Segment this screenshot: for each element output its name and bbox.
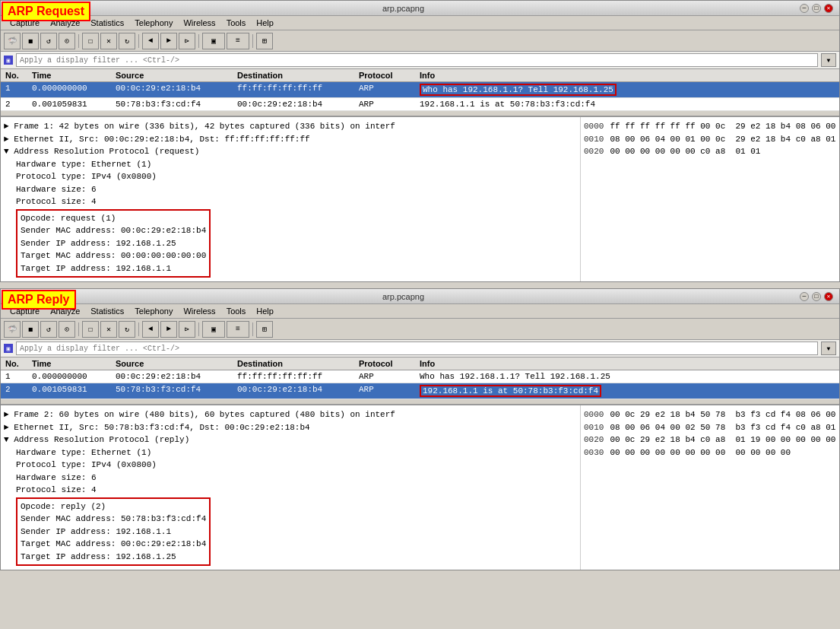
toolbar-reload-2[interactable]: ↻ bbox=[119, 321, 135, 338]
col-proto-2: Protocol bbox=[357, 358, 418, 369]
toolbar-restart-1[interactable]: ↺ bbox=[40, 33, 57, 49]
toolbar-sep2-2 bbox=[138, 322, 139, 336]
hex-bytes-2: 00 0c 29 e2 18 b4 50 78 b3 f3 cd f4 08 0… bbox=[610, 408, 840, 567]
detail-pane-1: ► Frame 1: 42 bytes on wire (336 bits), … bbox=[1, 116, 839, 281]
toolbar-shark-2[interactable]: 🦈 bbox=[4, 321, 21, 338]
menu-telephony-2[interactable]: Telephony bbox=[130, 306, 177, 316]
menu-bar-1: Capture Analyze Statistics Telephony Wir… bbox=[1, 16, 839, 30]
filter-indicator-2: ▣ bbox=[4, 344, 13, 353]
col-src-1: Source bbox=[114, 70, 236, 81]
packet-header-1: No. Time Source Destination Protocol Inf… bbox=[1, 69, 839, 82]
tree-hw-type-1[interactable]: Hardware type: Ethernet (1) bbox=[16, 158, 577, 171]
toolbar-view2-2[interactable]: ≡ bbox=[227, 321, 249, 338]
window-title-2: arp.pcapng bbox=[7, 292, 800, 301]
menu-help-1[interactable]: Help bbox=[252, 17, 278, 28]
menu-bar-2: Capture Analyze Statistics Telephony Wir… bbox=[1, 304, 839, 319]
filter-dropdown-2[interactable]: ▼ bbox=[821, 342, 836, 355]
tree-proto-size-1[interactable]: Protocol size: 4 bbox=[16, 195, 577, 208]
tree-opcode-box-2[interactable]: Opcode: reply (2) Sender MAC address: 50… bbox=[16, 497, 577, 567]
toolbar-checkmark-2[interactable]: ⊞ bbox=[256, 321, 273, 338]
menu-tools-2[interactable]: Tools bbox=[222, 306, 251, 316]
toolbar-checkmark-1[interactable]: ⊞ bbox=[256, 33, 273, 49]
toolbar-fwd-1[interactable]: ► bbox=[160, 33, 177, 49]
packet-row-1-1[interactable]: 1 0.000000000 00:0c:29:e2:18:b4 ff:ff:ff… bbox=[1, 82, 839, 98]
tree-eth-2[interactable]: ► Ethernet II, Src: 50:78:b3:f3:cd:f4, D… bbox=[4, 421, 577, 434]
toolbar-fwd-2[interactable]: ► bbox=[160, 321, 177, 338]
hex-offsets-2: 0000 0010 0020 0030 bbox=[584, 408, 604, 567]
menu-tools-1[interactable]: Tools bbox=[222, 17, 251, 28]
title-bar-1: arp.pcapng ─ □ ✕ bbox=[1, 1, 839, 16]
toolbar-back-1[interactable]: ◄ bbox=[142, 33, 159, 49]
pkt-no-1-1: 1 bbox=[4, 83, 30, 97]
tree-hw-type-2[interactable]: Hardware type: Ethernet (1) bbox=[16, 446, 577, 459]
filter-dropdown-1[interactable]: ▼ bbox=[821, 53, 836, 67]
toolbar-sep3-1 bbox=[198, 34, 199, 48]
tree-arp-1[interactable]: ▼ Address Resolution Protocol (request) bbox=[4, 145, 577, 158]
pkt-dst-2-1: ff:ff:ff:ff:ff:ff bbox=[236, 371, 357, 382]
minimize-button-2[interactable]: ─ bbox=[800, 292, 809, 301]
hex-offsets-1: 0000 0010 0020 bbox=[584, 120, 604, 278]
filter-input-1[interactable] bbox=[16, 53, 818, 67]
toolbar-options-1[interactable]: ⊙ bbox=[59, 33, 75, 49]
filter-input-2[interactable] bbox=[16, 342, 818, 355]
menu-help-2[interactable]: Help bbox=[252, 306, 278, 316]
close-button-1[interactable]: ✕ bbox=[824, 4, 833, 13]
tree-eth-1[interactable]: ► Ethernet II, Src: 00:0c:29:e2:18:b4, D… bbox=[4, 133, 577, 146]
col-time-1: Time bbox=[30, 70, 114, 81]
highlight-box-1: Opcode: request (1) Sender MAC address: … bbox=[16, 209, 211, 278]
pkt-proto-2-1: ARP bbox=[357, 371, 418, 382]
pkt-dst-1-1: ff:ff:ff:ff:ff:ff bbox=[236, 83, 357, 97]
toolbar-view1-1[interactable]: ▣ bbox=[202, 33, 225, 49]
menu-statistics-1[interactable]: Statistics bbox=[86, 17, 128, 28]
toolbar-view2-1[interactable]: ≡ bbox=[227, 33, 249, 49]
toolbar-1: 🦈 ◼ ↺ ⊙ ☐ ✕ ↻ ◄ ► ⊳ ▣ ≡ ⊞ bbox=[1, 30, 839, 52]
packet-header-2: No. Time Source Destination Protocol Inf… bbox=[1, 357, 839, 370]
maximize-button-2[interactable]: □ bbox=[812, 292, 821, 301]
toolbar-options-2[interactable]: ⊙ bbox=[59, 321, 75, 338]
minimize-button-1[interactable]: ─ bbox=[800, 4, 809, 13]
toolbar-stop-1[interactable]: ◼ bbox=[22, 33, 39, 49]
toolbar-sep4-2 bbox=[252, 322, 253, 336]
packet-row-2-2[interactable]: 2 0.001059831 50:78:b3:f3:cd:f4 00:0c:29… bbox=[1, 383, 839, 399]
toolbar-close-file-1[interactable]: ✕ bbox=[100, 33, 117, 49]
packet-row-2-1[interactable]: 1 0.000000000 00:0c:29:e2:18:b4 ff:ff:ff… bbox=[1, 370, 839, 383]
toolbar-shark-1[interactable]: 🦈 bbox=[4, 33, 21, 49]
pkt-src-1-2: 50:78:b3:f3:cd:f4 bbox=[114, 99, 236, 110]
toolbar-stop-2[interactable]: ◼ bbox=[22, 321, 39, 338]
toolbar-open-2[interactable]: ☐ bbox=[82, 321, 99, 338]
toolbar-sep2-1 bbox=[138, 34, 139, 48]
menu-wireless-2[interactable]: Wireless bbox=[179, 306, 220, 316]
filter-bar-2: ▣ ▼ bbox=[1, 340, 839, 357]
pkt-dst-1-2: 00:0c:29:e2:18:b4 bbox=[236, 99, 357, 110]
toolbar-back-2[interactable]: ◄ bbox=[142, 321, 159, 338]
toolbar-next-2[interactable]: ⊳ bbox=[179, 321, 195, 338]
menu-wireless-1[interactable]: Wireless bbox=[179, 17, 220, 28]
maximize-button-1[interactable]: □ bbox=[812, 4, 821, 13]
tree-proto-type-2[interactable]: Protocol type: IPv4 (0x0800) bbox=[16, 459, 577, 472]
packet-row-1-2[interactable]: 2 0.001059831 50:78:b3:f3:cd:f4 00:0c:29… bbox=[1, 98, 839, 111]
tree-arp-2[interactable]: ▼ Address Resolution Protocol (reply) bbox=[4, 434, 577, 446]
toolbar-open-1[interactable]: ☐ bbox=[82, 33, 99, 49]
toolbar-close-file-2[interactable]: ✕ bbox=[100, 321, 117, 338]
detail-tree-2: ► Frame 2: 60 bytes on wire (480 bits), … bbox=[1, 405, 581, 570]
window-title-1: arp.pcapng bbox=[7, 4, 800, 13]
toolbar-restart-2[interactable]: ↺ bbox=[40, 321, 57, 338]
menu-statistics-2[interactable]: Statistics bbox=[86, 306, 128, 316]
tree-frame-2[interactable]: ► Frame 2: 60 bytes on wire (480 bits), … bbox=[4, 408, 577, 421]
tree-frame-1[interactable]: ► Frame 1: 42 bytes on wire (336 bits), … bbox=[4, 120, 577, 133]
toolbar-reload-1[interactable]: ↻ bbox=[119, 33, 135, 49]
tree-arp-details-2: Hardware type: Ethernet (1) Protocol typ… bbox=[4, 446, 577, 567]
detail-hex-2: 0000 0010 0020 0030 00 0c 29 e2 18 b4 50… bbox=[581, 405, 839, 570]
pkt-info-2-1: Who has 192.168.1.1? Tell 192.168.1.25 bbox=[418, 371, 836, 382]
tree-opcode-box-1[interactable]: Opcode: request (1) Sender MAC address: … bbox=[16, 208, 577, 279]
tree-proto-size-2[interactable]: Protocol size: 4 bbox=[16, 484, 577, 497]
tree-proto-type-1[interactable]: Protocol type: IPv4 (0x0800) bbox=[16, 170, 577, 183]
menu-telephony-1[interactable]: Telephony bbox=[130, 17, 177, 28]
tree-hw-size-2[interactable]: Hardware size: 6 bbox=[16, 472, 577, 484]
toolbar-view1-2[interactable]: ▣ bbox=[202, 321, 225, 338]
toolbar-2: 🦈 ◼ ↺ ⊙ ☐ ✕ ↻ ◄ ► ⊳ ▣ ≡ ⊞ bbox=[1, 319, 839, 340]
toolbar-next-1[interactable]: ⊳ bbox=[179, 33, 195, 49]
tree-hw-size-1[interactable]: Hardware size: 6 bbox=[16, 183, 577, 196]
close-button-2[interactable]: ✕ bbox=[824, 292, 833, 301]
packet-list-1: No. Time Source Destination Protocol Inf… bbox=[1, 69, 839, 111]
